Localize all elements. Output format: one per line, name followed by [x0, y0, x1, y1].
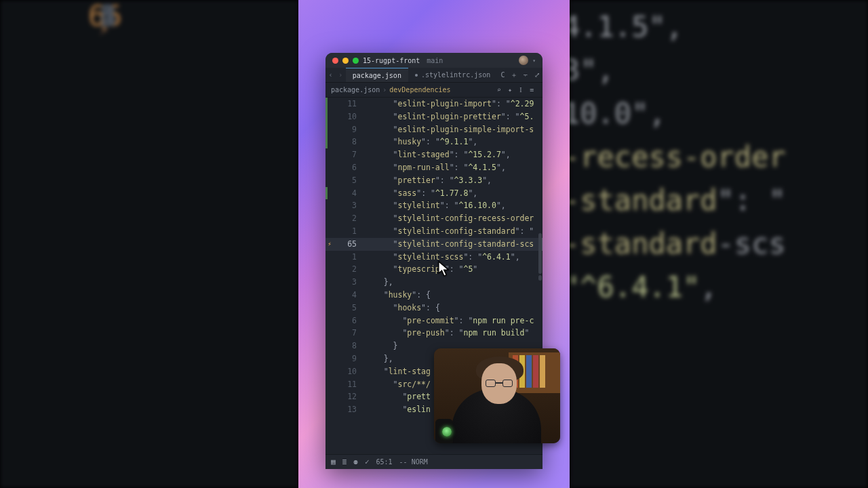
line-number: 2 — [326, 263, 363, 276]
cursor-position: 65:1 — [376, 458, 393, 466]
tab-label: package.json — [353, 72, 401, 79]
code-line[interactable]: 11 "eslint-plugin-import": "^2.29 — [326, 98, 542, 110]
minimize-icon[interactable] — [342, 58, 349, 64]
background-code-right: 4.1.5",3",10.0",-recess-order-standard":… — [570, 0, 868, 488]
zoom-icon[interactable] — [353, 58, 359, 64]
code-line[interactable]: 1 "stylelint-scss": "^6.4.1", — [326, 251, 542, 264]
line-number: 10 — [326, 110, 363, 123]
people-icon[interactable]: ⚉ — [353, 458, 358, 466]
scrollbar-thumb[interactable] — [538, 275, 542, 281]
glasses-icon — [486, 380, 513, 388]
status-bar: ▦ ≣ ⚉ ✓ 65:1 -- NORM — [326, 454, 542, 469]
line-number: 2 — [326, 212, 363, 225]
webcam-overlay — [434, 348, 560, 443]
code-line[interactable]: 6 "npm-run-all": "^4.1.5", — [326, 161, 542, 174]
line-number: 3 — [326, 276, 363, 289]
line-number: 9 — [326, 352, 363, 365]
code-line[interactable]: 4 "sass": "^1.77.8", — [326, 187, 542, 200]
line-number: 10 — [326, 365, 363, 378]
chevron-down-icon[interactable]: ▾ — [532, 58, 536, 64]
tab-stylelintrc[interactable]: .stylelintrc.json — [408, 68, 497, 82]
vim-mode: -- NORM — [399, 458, 428, 466]
line-number: 1 — [326, 225, 363, 238]
breadcrumb-symbol[interactable]: devDependencies — [389, 86, 450, 94]
line-number: 12 — [326, 390, 363, 403]
tab-bar: ‹ › package.json .stylelintrc.json C ＋ ⫟… — [326, 68, 542, 83]
expand-icon[interactable]: ⤢ — [531, 68, 542, 82]
phone-crop-column: 15-rugpt-front main ▾ ‹ › package.json .… — [298, 0, 570, 488]
sparkle-icon[interactable]: ✦ — [505, 86, 515, 94]
line-number: 5 — [326, 174, 363, 187]
tab-label: .stylelintrc.json — [421, 71, 490, 79]
settings-icon[interactable]: ≡ — [526, 86, 537, 94]
line-number: 7 — [326, 327, 363, 340]
line-number: 7 — [326, 148, 363, 161]
list-icon[interactable]: ≣ — [342, 458, 347, 466]
line-number: 5 — [326, 302, 363, 314]
mic-light-icon — [442, 427, 452, 436]
line-number: 11 — [326, 378, 363, 391]
line-number: 4 — [326, 289, 363, 302]
code-line[interactable]: 3 "stylelint": "^16.10.0", — [326, 199, 542, 212]
line-number: 9 — [326, 123, 363, 136]
project-name: 15-rugpt-front — [363, 57, 420, 64]
git-branch: main — [427, 57, 443, 64]
breadcrumb: package.json › devDependencies ⌕ ✦ I ≡ — [326, 83, 542, 98]
panel-icon[interactable]: ▦ — [331, 458, 336, 466]
line-number: 1 — [326, 251, 363, 264]
close-icon[interactable] — [332, 58, 338, 64]
tab-package-json[interactable]: package.json — [346, 68, 408, 82]
line-number: 11 — [326, 98, 363, 110]
chevron-right-icon: › — [382, 86, 387, 94]
code-line[interactable]: 8 "husky": "^9.1.1", — [326, 136, 542, 148]
code-line[interactable]: 5 "prettier": "^3.3.3", — [326, 174, 542, 187]
add-tab-icon[interactable]: ＋ — [509, 68, 520, 82]
avatar[interactable] — [519, 56, 528, 65]
code-line[interactable]: 2 "stylelint-config-recess-order — [326, 212, 542, 225]
line-number: 8 — [326, 340, 363, 352]
check-icon[interactable]: ✓ — [365, 458, 370, 466]
scrollbar-thumb[interactable] — [538, 233, 542, 274]
breadcrumb-file[interactable]: package.json — [331, 86, 380, 94]
code-line[interactable]: 9 "eslint-plugin-simple-import-s — [326, 123, 542, 136]
code-line[interactable]: 10 "eslint-plugin-prettier": "^5. — [326, 110, 542, 123]
modified-dot-icon — [415, 74, 418, 77]
code-line[interactable]: 7 "pre-push": "npm run build" — [326, 327, 542, 340]
nav-back-icon[interactable]: ‹ — [326, 68, 336, 82]
code-line[interactable]: 5 "hooks": { — [326, 302, 542, 314]
search-icon[interactable]: ⌕ — [494, 86, 505, 94]
code-line[interactable]: 2 "typescript": "^5" — [326, 263, 542, 276]
code-line[interactable]: 6 "pre-commit": "npm run pre-c — [326, 314, 542, 327]
line-number: 4 — [326, 187, 363, 200]
line-number: 3 — [326, 199, 363, 212]
line-number: 6 — [326, 314, 363, 327]
line-number: 6 — [326, 161, 363, 174]
tool-letter[interactable]: C — [497, 68, 509, 82]
text-cursor-icon[interactable]: I — [515, 86, 526, 94]
window-titlebar: 15-rugpt-front main ▾ — [326, 53, 542, 68]
code-line[interactable]: ⚡65 "stylelint-config-standard-scs — [326, 238, 542, 251]
line-number: 65 — [326, 238, 363, 251]
split-icon[interactable]: ⫟ — [520, 68, 532, 82]
background-code-left: 654321⚡651234 — [0, 0, 298, 488]
code-line[interactable]: 4 "husky": { — [326, 289, 542, 302]
code-line[interactable]: 1 "stylelint-config-standard": " — [326, 225, 542, 238]
code-line[interactable]: 3 }, — [326, 276, 542, 289]
code-line[interactable]: 7 "lint-staged": "^15.2.7", — [326, 148, 542, 161]
nav-forward-icon[interactable]: › — [336, 68, 346, 82]
line-number: 8 — [326, 136, 363, 148]
traffic-lights[interactable] — [332, 58, 359, 64]
line-number: 13 — [326, 403, 363, 416]
